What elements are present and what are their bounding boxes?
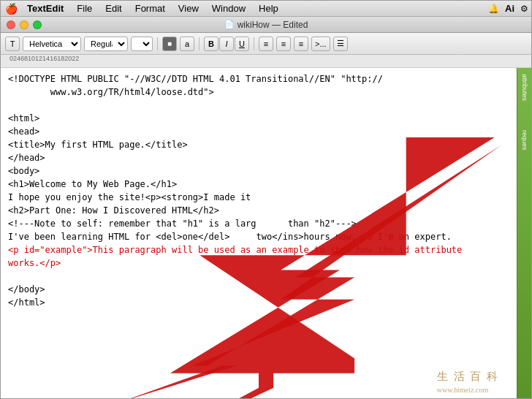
ruler-mark-20: 20 [64,55,72,67]
content-area[interactable]: <!DOCTYPE HTML PUBLIC "-//W3C//DTD HTML … [1,68,517,398]
toolbar: T Helvetica Regular 16 ■ a B I U ≡ ≡ ≡ >… [1,33,531,55]
underline-button[interactable]: U [235,37,249,51]
window-title: 📄 wikiHow — Edited [224,20,308,30]
font-style-select[interactable]: Regular [84,37,128,51]
paragraph-style-btn[interactable]: T [5,37,20,51]
apple-menu[interactable]: 🍎 [4,3,18,15]
document-icon: 📄 [224,20,235,29]
line-4: <html> [8,112,509,125]
notification-icon[interactable]: 🔔 [488,4,499,14]
menu-textedit[interactable]: TextEdit [21,1,69,15]
ruler: 0 2 4 6 8 10 12 14 16 18 20 22 [1,55,531,68]
toolbar-divider-3 [254,37,254,50]
line-2: www.w3.org/TR/html4/loose.dtd"> [8,86,509,99]
font-name-select[interactable]: Helvetica [23,37,81,51]
line-5: <head> [8,125,509,138]
line-14: <p id="example">This paragraph will be u… [8,243,509,256]
ruler-mark-16: 16 [50,55,57,67]
text-color-btn[interactable]: ■ [162,37,177,51]
menubar: 🍎 TextEdit File Edit Format View Window … [1,1,531,17]
doc-area: <!DOCTYPE HTML PUBLIC "-//W3C//DTD HTML … [1,68,531,398]
ruler-mark-12: 12 [35,55,42,67]
align-right-btn[interactable]: ≡ [294,37,308,51]
line-12: <!---Note to self: remember that "h1" is… [8,217,509,230]
adobe-icon[interactable]: Ai [505,3,514,14]
list-btn[interactable]: ☰ [333,37,348,51]
align-center-btn[interactable]: ≡ [276,37,291,51]
watermark-url: www.bimeiz.com [437,384,499,395]
menu-view[interactable]: View [172,1,205,15]
toolbar-divider-1 [157,37,158,50]
ruler-mark-14: 14 [42,55,50,67]
traffic-lights [7,20,42,29]
menu-format[interactable]: Format [129,1,171,15]
bold-button[interactable]: B [204,37,218,51]
more-options-btn[interactable]: >... [311,37,330,51]
line-1: <!DOCTYPE HTML PUBLIC "-//W3C//DTD HTML … [8,72,509,86]
titlebar: 📄 wikiHow — Edited [1,17,531,33]
menu-window[interactable]: Window [206,1,251,15]
menu-file[interactable]: File [71,1,98,15]
watermark: 生 活 百 科 www.bimeiz.com [437,368,499,396]
line-17: </body> [8,283,509,296]
right-panel-top: attributes [521,74,528,101]
text-bg-btn[interactable]: a [180,37,194,51]
menubar-right: 🔔 Ai ⚙ [488,3,528,14]
settings-icon[interactable]: ⚙ [520,4,528,14]
italic-button[interactable]: I [219,37,234,51]
ruler-mark-22: 22 [72,55,79,67]
line-13: I've been learning HTML for <del>one</de… [8,230,509,243]
main-window: 🍎 TextEdit File Edit Format View Window … [0,0,532,399]
line-8: <body> [8,164,509,178]
ruler-marks: 0 2 4 6 8 10 12 14 16 18 20 22 [10,55,528,67]
line-11: <h2>Part One: How I Discovered HTML</h2> [8,204,509,217]
line-16 [8,270,509,283]
format-buttons: B I U [204,37,249,51]
align-left-btn[interactable]: ≡ [259,37,273,51]
line-3 [8,99,509,112]
font-size-select[interactable]: 16 [131,37,153,51]
line-15: works.</p> [8,256,509,270]
line-6: <title>My first HTML page.</title> [8,138,509,151]
line-7: </head> [8,151,509,164]
title-text: wikiHow — Edited [238,20,308,30]
line-10: I hope you enjoy the site!<p><strong>I m… [8,191,509,204]
close-button[interactable] [7,20,15,29]
toolbar-divider-2 [199,37,200,50]
line-9: <h1>Welcome to My Web Page.</h1> [8,178,509,191]
ruler-mark-18: 18 [57,55,64,67]
right-panel: attributes reques [517,68,531,398]
menubar-items: TextEdit File Edit Format View Window He… [21,1,284,15]
minimize-button[interactable] [20,20,28,29]
menu-edit[interactable]: Edit [99,1,127,15]
maximize-button[interactable] [33,20,42,29]
line-18: </html> [8,296,509,309]
ruler-mark-10: 10 [28,55,35,67]
right-panel-bottom: reques [521,130,528,151]
menu-help[interactable]: Help [253,1,284,15]
watermark-chinese: 生 活 百 科 [437,368,499,385]
